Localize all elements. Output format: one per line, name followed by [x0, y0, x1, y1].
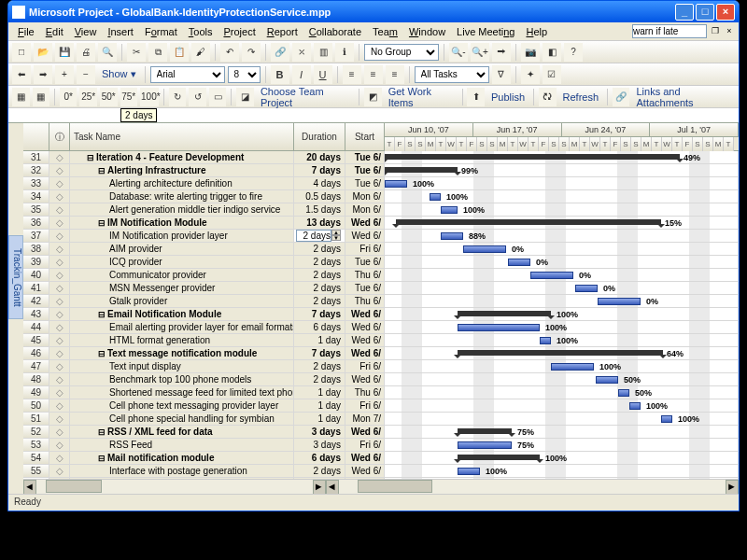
task-row[interactable]: 41◇MSN Messenger provider2 daysTue 6/0% [23, 282, 739, 295]
task-name-cell[interactable]: HTML format generation [70, 334, 294, 346]
align-right-icon[interactable]: ≡ [386, 65, 404, 84]
day-header[interactable]: S [477, 137, 487, 151]
task-bar[interactable] [540, 337, 551, 344]
task-row[interactable]: 38◇AIM provider2 daysFri 6/0% [23, 243, 739, 256]
duration-cell[interactable]: 0.5 days [294, 190, 345, 203]
duration-cell[interactable]: 2 days [294, 465, 345, 477]
row-number[interactable]: 31 [23, 151, 49, 163]
duration-cell[interactable]: 2 days [294, 360, 345, 372]
task-name-cell[interactable]: Alert generation middle tier indigo serv… [70, 203, 294, 216]
col-taskname[interactable]: Task Name [70, 123, 294, 150]
bold-icon[interactable]: B [271, 65, 289, 84]
fontsize-combo[interactable]: 8 [228, 66, 261, 83]
task-bar[interactable] [598, 298, 641, 305]
gantt-cell[interactable]: 100% [385, 334, 739, 346]
duration-cell[interactable]: 1 day [294, 386, 345, 399]
info-icon[interactable]: ℹ [335, 43, 354, 62]
menu-insert[interactable]: Insert [102, 24, 139, 39]
menu-collaborate[interactable]: Collaborate [303, 24, 367, 39]
gantt-cell[interactable]: 100% [385, 203, 739, 216]
duration-cell[interactable]: 20 days [294, 151, 345, 163]
row-number[interactable]: 54 [23, 452, 49, 464]
day-header[interactable]: F [395, 137, 405, 151]
start-cell[interactable]: Fri 6/ [345, 360, 385, 372]
task-bar[interactable] [551, 363, 594, 371]
task-row[interactable]: 51◇Cell phone special handling for symbi… [23, 413, 739, 426]
preview-icon[interactable]: 🔍 [98, 43, 117, 62]
day-header[interactable]: W [518, 137, 529, 151]
gantt-cell[interactable]: 100% [385, 190, 739, 203]
menu-help[interactable]: Help [520, 24, 553, 39]
row-number[interactable]: 53 [23, 439, 49, 451]
paste-icon[interactable]: 📋 [170, 43, 189, 62]
day-header[interactable]: M [641, 137, 652, 151]
day-header[interactable]: S [416, 137, 426, 151]
summary-bar[interactable] [458, 350, 663, 356]
day-header[interactable]: W [590, 137, 600, 151]
duration-cell[interactable]: 4 days [294, 177, 345, 189]
duration-input[interactable] [296, 230, 331, 242]
zoom-in-icon[interactable]: 🔍+ [471, 43, 489, 62]
italic-icon[interactable]: I [292, 65, 311, 84]
day-header[interactable]: S [559, 137, 570, 151]
print-icon[interactable]: 🖨 [77, 43, 95, 62]
new-icon[interactable]: □ [12, 43, 31, 62]
ms-icon[interactable]: ◧ [543, 43, 561, 62]
undo-icon[interactable]: ↶ [220, 43, 239, 62]
task-row[interactable]: 46◇⊟Text message notification module7 da… [23, 347, 739, 360]
gantt-cell[interactable]: 49% [385, 151, 739, 163]
toggle-icon[interactable]: ☑ [543, 65, 561, 84]
week-header[interactable]: Jun 24, '07 [562, 123, 651, 136]
menu-project[interactable]: Project [218, 24, 261, 39]
task-bar[interactable] [458, 468, 480, 475]
close-doc-icon[interactable]: × [724, 26, 735, 37]
task-bar[interactable] [441, 232, 463, 240]
start-cell[interactable]: Thu 6/ [345, 386, 385, 399]
summary-bar[interactable] [458, 311, 551, 316]
baseline-icon[interactable]: ▭ [209, 88, 227, 106]
day-header[interactable]: S [405, 137, 416, 151]
goto-icon[interactable]: ⮕ [492, 43, 511, 62]
open-icon[interactable]: 📂 [34, 43, 52, 62]
task-name-cell[interactable]: IM Notification provider layer [70, 230, 294, 242]
summary-bar[interactable] [458, 455, 540, 460]
summary-bar[interactable] [385, 167, 458, 173]
task-row[interactable]: 53◇RSS Feed3 daysFri 6/75% [23, 439, 739, 452]
row-number[interactable]: 50 [23, 399, 49, 412]
day-header[interactable]: F [539, 137, 549, 151]
task-row[interactable]: 54◇⊟Mail notification module6 daysWed 6/… [23, 452, 739, 465]
team-proj-icon[interactable]: ◪ [236, 88, 254, 106]
menu-report[interactable]: Report [261, 24, 303, 39]
duration-cell[interactable]: 3 days [294, 439, 345, 451]
day-header[interactable]: F [467, 137, 477, 151]
duration-cell[interactable]: 1 day [294, 334, 345, 346]
task-name-cell[interactable]: Interface with postage generation [70, 465, 294, 477]
show-sub-icon[interactable]: + [55, 65, 74, 84]
week-header[interactable]: Jul 1, '07 [650, 123, 739, 136]
col-duration[interactable]: Duration [294, 123, 345, 150]
task-row[interactable]: 43◇⊟Email Notification Module7 daysWed 6… [23, 308, 739, 321]
task-bar[interactable] [463, 245, 506, 253]
row-number[interactable]: 47 [23, 360, 49, 372]
publish-button[interactable]: Publish [487, 91, 529, 103]
row-number[interactable]: 45 [23, 334, 49, 346]
task-bar[interactable] [430, 193, 441, 201]
task-name-cell[interactable]: ⊟IM Notification Module [70, 217, 294, 229]
zoom-out-icon[interactable]: 🔍- [449, 43, 468, 62]
gantt-cell[interactable]: 75% [385, 439, 739, 451]
task-row[interactable]: 36◇⊟IM Notification Module13 daysWed 6/1… [23, 217, 739, 230]
tracking-gantt-tab[interactable]: Trackin_Gantt [8, 235, 23, 319]
gantt-cell[interactable]: 100% [385, 308, 739, 320]
task-name-cell[interactable]: Gtalk provider [70, 295, 294, 307]
start-cell[interactable]: Fri 6/ [345, 439, 385, 451]
start-cell[interactable]: Wed 6/ [345, 452, 385, 464]
day-header[interactable]: F [683, 137, 693, 151]
day-header[interactable]: S [631, 137, 641, 151]
row-number[interactable]: 37 [23, 230, 49, 242]
task-row[interactable]: 47◇Text input display2 daysFri 6/100% [23, 360, 739, 373]
group-combo[interactable]: No Group [364, 44, 439, 61]
titlebar[interactable]: Microsoft Project - GlobalBank-IdentityP… [8, 1, 739, 22]
show-dropdown[interactable]: Show ▾ [98, 68, 140, 80]
task-name-cell[interactable]: ⊟Email Notification Module [70, 308, 294, 320]
task-row[interactable]: 44◇Email alerting provider layer for ema… [23, 321, 739, 334]
